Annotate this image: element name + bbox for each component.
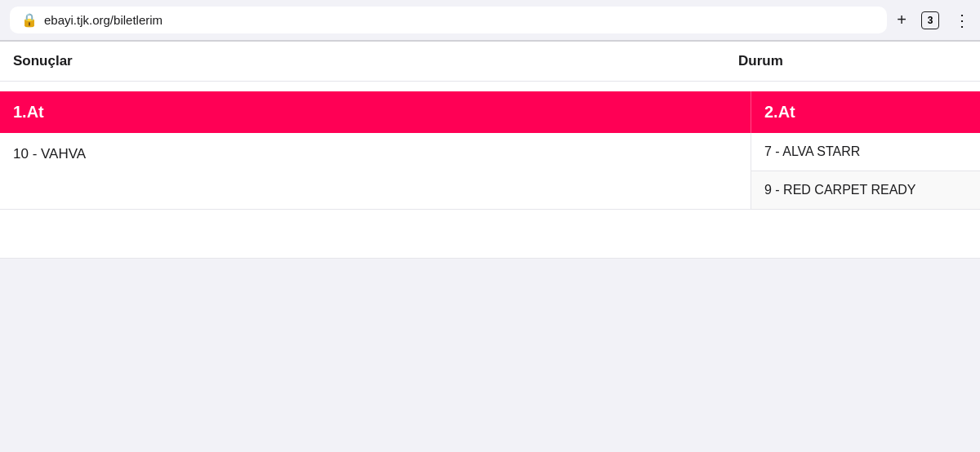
bottom-spacer <box>0 210 980 259</box>
data-section: 1.At 2.At 10 - VAHVA 7 - ALVA STARR 9 - … <box>0 91 980 259</box>
data-rows: 10 - VAHVA 7 - ALVA STARR 9 - RED CARPET… <box>0 133 980 210</box>
col-sonuclar-header: Sonuçlar <box>13 53 738 69</box>
more-menu-button[interactable]: ⋮ <box>954 11 970 30</box>
col2-row-2: 9 - RED CARPET READY <box>751 171 980 209</box>
security-icon: 🔒 <box>21 12 38 28</box>
browser-actions: + 3 ⋮ <box>897 11 970 30</box>
address-text: ebayi.tjk.org/biletlerim <box>44 13 875 27</box>
col1-value: 10 - VAHVA <box>13 146 86 162</box>
new-tab-button[interactable]: + <box>897 11 906 29</box>
tab-count-badge[interactable]: 3 <box>921 11 939 29</box>
at1-header-cell: 1.At <box>0 91 751 133</box>
at2-header-cell: 2.At <box>751 91 980 133</box>
col-durum-header: Durum <box>738 53 967 69</box>
col1-data: 10 - VAHVA <box>0 133 751 209</box>
at-header-row: 1.At 2.At <box>0 91 980 133</box>
address-bar[interactable]: 🔒 ebayi.tjk.org/biletlerim <box>10 7 887 33</box>
table-header: Sonuçlar Durum <box>0 42 980 82</box>
page-content: Sonuçlar Durum 1.At 2.At 10 - VAHVA 7 - … <box>0 41 980 259</box>
col2-data: 7 - ALVA STARR 9 - RED CARPET READY <box>751 133 980 209</box>
browser-bar: 🔒 ebayi.tjk.org/biletlerim + 3 ⋮ <box>0 0 980 41</box>
col2-row-1: 7 - ALVA STARR <box>751 133 980 171</box>
gap-row <box>0 82 980 91</box>
